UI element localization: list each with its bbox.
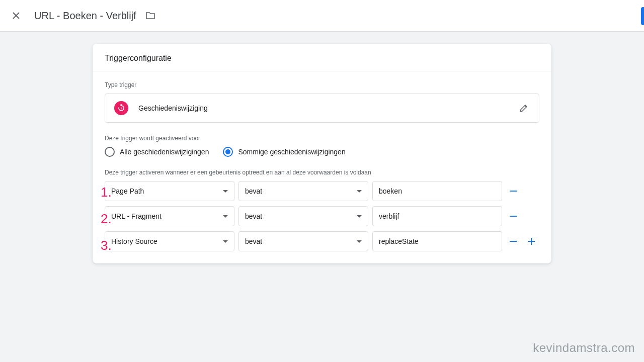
activation-label: Deze trigger wordt geactiveerd voor [105,135,539,142]
svg-point-0 [121,108,122,109]
svg-rect-2 [510,216,517,217]
radio-selected-icon [223,147,233,157]
condition-operator-select[interactable]: bevat [238,181,368,201]
save-button-edge[interactable] [641,7,644,25]
remove-condition-button[interactable] [506,234,520,248]
history-change-icon [114,101,128,115]
condition-row-2: URL - Fragment bevat [105,206,539,226]
minus-icon [510,241,517,242]
condition-row-1: Page Path bevat [105,181,539,201]
conditions-label: Deze trigger activeren wanneer er een ge… [105,169,539,176]
minus-icon [510,191,517,192]
remove-condition-button[interactable] [506,209,520,223]
svg-rect-3 [510,241,517,242]
page-title: URL - Boeken - Verblijf [34,10,136,22]
condition-operator-value: bevat [245,212,262,220]
dropdown-arrow-icon [223,215,228,218]
dropdown-arrow-icon [223,190,228,193]
trigger-type-name: Geschiedeniswijziging [138,104,208,112]
trigger-config-card: Triggerconfiguratie Type trigger Geschie… [93,44,551,263]
condition-variable-select[interactable]: History Source [105,231,234,251]
condition-operator-select[interactable]: bevat [238,231,368,251]
radio-all-label: Alle geschiedeniswijzigingen [120,148,209,156]
annotation-numbers: 1. 2. 3. [101,185,112,253]
annotation-1: 1. [101,185,112,200]
folder-button[interactable] [144,10,156,22]
condition-row-3: History Source bevat [105,231,539,251]
trigger-type-content: Geschiedeniswijziging [114,101,208,115]
minus-icon [510,216,517,217]
annotation-2: 2. [101,211,112,227]
edit-trigger-type-button[interactable] [518,102,530,114]
svg-rect-1 [510,191,517,192]
watermark: kevindamstra.com [533,341,635,355]
condition-value-input[interactable] [372,231,502,251]
annotation-3: 3. [101,238,112,253]
condition-variable-value: URL - Fragment [111,212,162,220]
remove-condition-button[interactable] [506,184,520,198]
radio-unselected-icon [105,147,115,157]
folder-icon [145,12,155,20]
card-body: Type trigger Geschiedeniswijziging Deze … [93,71,551,263]
radio-all-history-changes[interactable]: Alle geschiedeniswijzigingen [105,147,209,157]
radio-some-history-changes[interactable]: Sommige geschiedeniswijzigingen [223,147,345,157]
radio-some-label: Sommige geschiedeniswijzigingen [238,148,345,156]
condition-operator-select[interactable]: bevat [238,206,368,226]
type-trigger-label: Type trigger [105,81,539,88]
dropdown-arrow-icon [357,240,362,243]
content-area: 1. 2. 3. Triggerconfiguratie Type trigge… [0,32,644,263]
trigger-type-selector[interactable]: Geschiedeniswijziging [105,94,539,123]
add-condition-button[interactable] [524,234,538,248]
svg-rect-5 [528,241,535,242]
condition-operator-value: bevat [245,187,262,195]
pencil-icon [519,104,528,113]
condition-operator-value: bevat [245,237,262,245]
condition-value-input[interactable] [372,181,502,201]
condition-variable-value: Page Path [111,187,144,195]
activation-radio-group: Alle geschiedeniswijzigingen Sommige ges… [105,147,539,157]
close-icon [12,12,20,20]
condition-value-input[interactable] [372,206,502,226]
condition-variable-value: History Source [111,237,157,245]
close-button[interactable] [10,10,22,22]
condition-variable-select[interactable]: Page Path [105,181,234,201]
dropdown-arrow-icon [357,190,362,193]
dropdown-arrow-icon [357,215,362,218]
condition-variable-select[interactable]: URL - Fragment [105,206,234,226]
conditions-list: Page Path bevat URL - Fragment [105,181,539,251]
dropdown-arrow-icon [223,240,228,243]
top-bar: URL - Boeken - Verblijf [0,0,644,32]
plus-icon [528,238,535,245]
card-title: Triggerconfiguratie [93,44,551,71]
